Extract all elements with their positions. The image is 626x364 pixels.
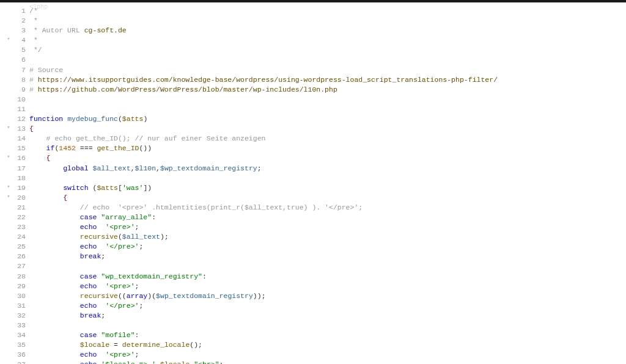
line-number: 20 <box>12 193 26 203</box>
fold-marker[interactable] <box>5 330 12 340</box>
line-number: 17 <box>12 164 26 173</box>
line-number: 36 <box>12 350 26 360</box>
code-line[interactable]: case "wp_textdomain_registry": <box>29 272 626 282</box>
code-line[interactable]: echo '$locale => '.$locale."<br>"; <box>29 360 626 364</box>
code-line[interactable]: { <box>29 193 626 203</box>
fold-marker[interactable]: ▾ <box>5 124 12 134</box>
code-line[interactable]: function mydebug_func($atts) <box>29 114 626 124</box>
fold-marker[interactable] <box>5 261 12 271</box>
code-line[interactable]: recursive((array)($wp_textdomain_registr… <box>29 291 626 301</box>
code-line[interactable]: */ <box>29 45 626 55</box>
fold-marker[interactable] <box>5 104 12 114</box>
line-number: 34 <box>12 330 26 340</box>
code-line[interactable]: break; <box>29 311 626 321</box>
code-line[interactable] <box>29 104 626 114</box>
fold-marker[interactable] <box>5 203 12 213</box>
line-number: 7 <box>12 65 26 75</box>
line-number: 18 <box>12 173 26 183</box>
code-line[interactable]: case "array_alle": <box>29 213 626 222</box>
fold-marker[interactable] <box>5 232 12 242</box>
fold-marker[interactable] <box>5 321 12 330</box>
fold-marker[interactable] <box>5 272 12 282</box>
code-line[interactable]: # echo get_the_ID(); // nur auf einer Se… <box>29 134 626 144</box>
line-number: 13 <box>12 124 26 134</box>
code-line[interactable]: switch ($atts['was']) <box>29 183 626 193</box>
fold-marker[interactable] <box>5 360 12 364</box>
fold-marker[interactable]: ▾ <box>5 35 12 45</box>
line-number: 1 <box>12 6 26 16</box>
line-number: 12 <box>12 114 26 124</box>
fold-marker[interactable]: ▾ <box>5 153 12 163</box>
line-number: 27 <box>12 261 26 271</box>
line-number: 4 <box>12 35 26 45</box>
code-line[interactable]: { <box>29 153 626 163</box>
fold-marker[interactable] <box>5 350 12 360</box>
fold-marker[interactable] <box>5 55 12 65</box>
fold-marker[interactable] <box>5 213 12 222</box>
code-line[interactable]: # Source <box>29 65 626 75</box>
code-line[interactable] <box>29 173 626 183</box>
code-line[interactable]: /* <box>29 6 626 16</box>
fold-marker[interactable] <box>5 252 12 261</box>
code-line[interactable] <box>29 321 626 330</box>
line-number: 14 <box>12 134 26 144</box>
fold-marker[interactable] <box>5 85 12 95</box>
code-editor[interactable]: ▾▾▾▾▾▾▾▾▾ 123456789101112131415161718192… <box>0 0 626 364</box>
line-number: 21 <box>12 203 26 213</box>
line-number: 32 <box>12 311 26 321</box>
code-line[interactable] <box>29 95 626 104</box>
fold-marker[interactable] <box>5 340 12 350</box>
fold-marker[interactable] <box>5 311 12 321</box>
fold-marker[interactable] <box>5 6 12 16</box>
code-line[interactable]: { <box>29 124 626 134</box>
code-line[interactable]: recursive($all_text); <box>29 232 626 242</box>
fold-marker[interactable] <box>5 75 12 85</box>
fold-marker[interactable] <box>5 45 12 55</box>
code-line[interactable]: global $all_text,$l10n,$wp_textdomain_re… <box>29 164 626 173</box>
code-line[interactable]: # https://www.itsupportguides.com/knowle… <box>29 75 626 85</box>
line-number: 8 <box>12 75 26 85</box>
code-line[interactable] <box>29 55 626 65</box>
fold-marker[interactable] <box>5 242 12 252</box>
fold-marker[interactable] <box>5 65 12 75</box>
code-line[interactable]: echo '</pre>'; <box>29 242 626 252</box>
code-line[interactable]: break; <box>29 252 626 261</box>
line-number: 22 <box>12 213 26 222</box>
folded-php-tag: <?php <box>29 3 48 12</box>
fold-marker[interactable] <box>5 114 12 124</box>
fold-marker[interactable] <box>5 16 12 26</box>
fold-marker[interactable] <box>5 173 12 183</box>
fold-column[interactable]: ▾▾▾▾▾▾▾▾▾ <box>5 0 12 364</box>
code-line[interactable]: echo '<pre>'; <box>29 282 626 291</box>
code-line[interactable]: // echo '<pre>' .htmlentities(print_r($a… <box>29 203 626 213</box>
code-line[interactable]: echo '<pre>'; <box>29 222 626 232</box>
fold-marker[interactable]: ▾ <box>5 193 12 203</box>
line-number: 15 <box>12 144 26 153</box>
code-line[interactable]: if(1452 === get_the_ID()) <box>29 144 626 153</box>
code-line[interactable]: case "mofile": <box>29 330 626 340</box>
fold-marker[interactable] <box>5 134 12 144</box>
code-area[interactable]: /* * * Autor URL cg-soft.de * */ # Sourc… <box>29 0 626 364</box>
line-number: 2 <box>12 16 26 26</box>
code-line[interactable]: # https://github.com/WordPress/WordPress… <box>29 85 626 95</box>
code-line[interactable] <box>29 261 626 271</box>
fold-marker[interactable] <box>5 291 12 301</box>
line-number: 37 <box>12 360 26 364</box>
fold-marker[interactable] <box>5 26 12 35</box>
fold-marker[interactable]: ▾ <box>5 183 12 193</box>
code-line[interactable]: echo '<pre>'; <box>29 350 626 360</box>
code-line[interactable]: * Autor URL cg-soft.de <box>29 26 626 35</box>
fold-marker[interactable] <box>5 95 12 104</box>
fold-marker[interactable] <box>5 282 12 291</box>
line-number: 29 <box>12 282 26 291</box>
fold-marker[interactable] <box>5 144 12 153</box>
fold-marker[interactable] <box>5 164 12 173</box>
code-line[interactable]: * <box>29 35 626 45</box>
code-line[interactable]: echo '</pre>'; <box>29 301 626 311</box>
line-number: 26 <box>12 252 26 261</box>
fold-marker[interactable] <box>5 222 12 232</box>
line-number: 35 <box>12 340 26 350</box>
fold-marker[interactable] <box>5 301 12 311</box>
code-line[interactable]: * <box>29 16 626 26</box>
code-line[interactable]: $locale = determine_locale(); <box>29 340 626 350</box>
